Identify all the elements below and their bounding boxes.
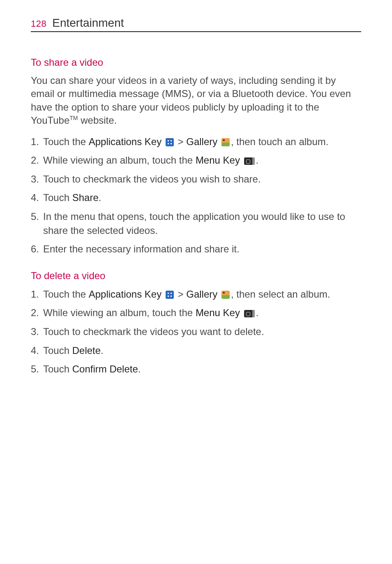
emphasis-text: Menu Key [196,307,240,318]
menu-icon [244,157,255,165]
emphasis-text: Gallery [186,136,217,147]
page-content: To share a videoYou can share your video… [31,57,361,376]
page-header: 128 Entertainment [31,16,361,32]
emphasis-text: Share [72,192,99,203]
emphasis-text: Confirm Delete [72,363,138,374]
step-item: Touch the Applications Key > Gallery , t… [31,135,361,149]
emphasis-text: Gallery [186,289,217,300]
gallery-icon [221,291,230,299]
step-item: Enter the necessary information and shar… [31,242,361,256]
apps-icon [166,291,174,299]
emphasis-text: Delete [72,345,101,356]
step-list: Touch the Applications Key > Gallery , t… [31,287,361,376]
step-item: While viewing an album, touch the Menu K… [31,306,361,320]
step-item: Touch Share. [31,191,361,205]
step-item: Touch to checkmark the videos you wish t… [31,172,361,186]
gallery-icon [221,138,230,146]
step-item: Touch Confirm Delete. [31,362,361,376]
step-item: While viewing an album, touch the Menu K… [31,153,361,167]
step-list: Touch the Applications Key > Gallery , t… [31,135,361,256]
step-item: In the menu that opens, touch the applic… [31,210,361,237]
section-heading: To delete a video [31,270,361,282]
step-item: Touch the Applications Key > Gallery , t… [31,287,361,301]
emphasis-text: Menu Key [196,155,240,166]
trademark-symbol: TM [69,115,78,121]
step-item: Touch to checkmark the videos you want t… [31,325,361,339]
page-number: 128 [31,18,46,29]
step-item: Touch Delete. [31,344,361,358]
emphasis-text: Applications Key [89,289,161,300]
apps-icon [166,138,174,146]
emphasis-text: Applications Key [89,136,161,147]
chapter-title: Entertainment [52,16,124,30]
section-heading: To share a video [31,57,361,68]
section-intro: You can share your videos in a variety o… [31,74,361,127]
menu-icon [244,310,255,317]
